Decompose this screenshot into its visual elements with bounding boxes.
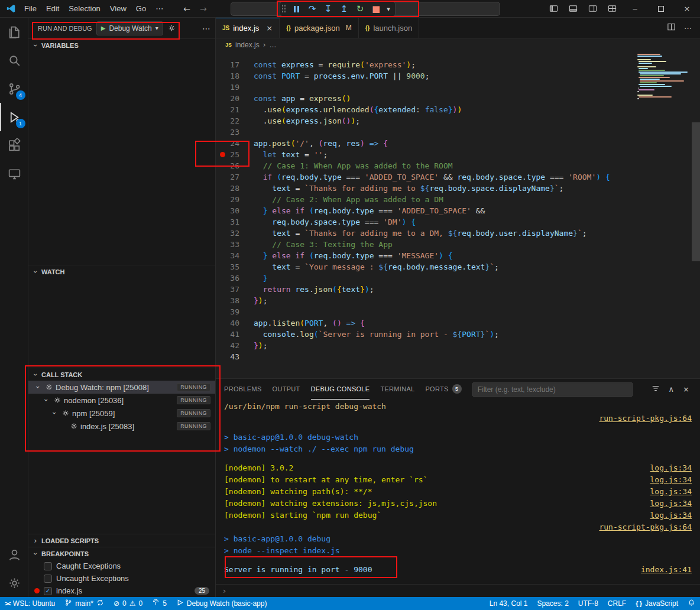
- toggle-sidebar-icon[interactable]: [544, 4, 563, 13]
- panel-tab-output[interactable]: OUTPUT: [273, 379, 300, 400]
- ports-indicator[interactable]: 5: [147, 597, 171, 610]
- back-button[interactable]: ←: [183, 4, 190, 14]
- branch-indicator[interactable]: main*: [60, 597, 109, 610]
- activity-accounts[interactable]: [0, 540, 28, 569]
- gutter[interactable]: 29: [216, 194, 254, 205]
- panel-tab-debug-console[interactable]: DEBUG CONSOLE: [311, 379, 370, 400]
- debug-step-over-button[interactable]: ↷: [304, 2, 320, 15]
- breadcrumb-file[interactable]: index.js: [235, 41, 260, 49]
- debug-step-out-button[interactable]: ↥: [336, 2, 352, 15]
- console-source-link[interactable]: log.js:34: [639, 510, 692, 521]
- minimize-button[interactable]: –: [622, 0, 648, 18]
- maximize-panel-icon[interactable]: ∧: [669, 385, 675, 394]
- gutter[interactable]: 39: [216, 306, 254, 317]
- call-stack-row[interactable]: ›Debug Watch: npm [25008]RUNNING: [28, 381, 215, 394]
- debug-stop-button[interactable]: ■: [368, 2, 384, 15]
- tab-package-json[interactable]: {}package.jsonM: [280, 18, 358, 38]
- gutter[interactable]: 19: [216, 82, 254, 93]
- menu-go[interactable]: Go: [131, 2, 151, 15]
- debug-console-input[interactable]: ›: [216, 584, 700, 597]
- activity-remote-explorer[interactable]: [0, 160, 28, 188]
- customize-layout-icon[interactable]: [602, 4, 622, 13]
- menu-more[interactable]: ⋯: [151, 2, 168, 15]
- call-stack-header[interactable]: › CALL STACK: [28, 368, 215, 381]
- console-source-link[interactable]: run-script-pkg.js:64: [587, 413, 692, 424]
- gutter[interactable]: 17: [216, 59, 254, 70]
- variables-header[interactable]: › VARIABLES: [28, 38, 215, 51]
- chevron-down-icon[interactable]: ›: [34, 382, 42, 392]
- minimap[interactable]: [637, 54, 691, 102]
- gutter[interactable]: 35: [216, 261, 254, 272]
- menu-file[interactable]: File: [20, 2, 41, 15]
- debug-pause-button[interactable]: [289, 2, 304, 15]
- gutter[interactable]: 38: [216, 295, 254, 306]
- gutter[interactable]: 23: [216, 126, 254, 138]
- chevron-down-icon[interactable]: ›: [50, 408, 59, 418]
- language-indicator[interactable]: { } JavaScript: [631, 597, 683, 610]
- gutter[interactable]: 21: [216, 104, 254, 115]
- breadcrumb-more[interactable]: …: [270, 41, 277, 49]
- gutter[interactable]: 33: [216, 239, 254, 250]
- breakpoint-checkbox[interactable]: ✓: [44, 587, 52, 595]
- call-stack-row[interactable]: ›npm [25059]RUNNING: [28, 407, 215, 420]
- editor-more-actions-icon[interactable]: ⋯: [684, 24, 692, 33]
- breakpoint-row[interactable]: Caught Exceptions: [28, 560, 215, 572]
- debug-settings-gear-icon[interactable]: [167, 24, 176, 33]
- breadcrumb[interactable]: JS index.js › …: [216, 38, 700, 51]
- breakpoint-icon[interactable]: [220, 152, 225, 157]
- gutter[interactable]: 40: [216, 317, 254, 329]
- activity-settings[interactable]: [0, 569, 28, 597]
- split-editor-icon[interactable]: [667, 22, 676, 33]
- watch-header[interactable]: › WATCH: [28, 265, 215, 278]
- panel-tab-terminal[interactable]: TERMINAL: [380, 379, 414, 400]
- console-filter-input[interactable]: [472, 382, 633, 397]
- debug-console-output[interactable]: /usr/bin/npm run-script debug-watchrun-s…: [216, 400, 700, 584]
- chevron-down-icon[interactable]: ›: [42, 395, 50, 405]
- debug-step-into-button[interactable]: ↧: [320, 2, 336, 15]
- menu-view[interactable]: View: [105, 2, 131, 15]
- breakpoint-row[interactable]: Uncaught Exceptions: [28, 572, 215, 585]
- close-panel-icon[interactable]: ×: [683, 385, 689, 394]
- toolbar-grip-icon[interactable]: [281, 4, 286, 14]
- loaded-scripts-header[interactable]: › LOADED SCRIPTS: [28, 534, 215, 547]
- breakpoint-checkbox[interactable]: [44, 562, 52, 570]
- maximize-button[interactable]: [648, 0, 674, 18]
- panel-tab-problems[interactable]: PROBLEMS: [224, 379, 262, 400]
- console-source-link[interactable]: log.js:34: [639, 462, 692, 474]
- debug-restart-button[interactable]: ↻: [352, 2, 368, 15]
- close-button[interactable]: ×: [674, 0, 700, 18]
- sync-icon[interactable]: [96, 599, 104, 608]
- gutter[interactable]: 27: [216, 171, 254, 183]
- tab-index-js[interactable]: JSindex.js×: [216, 18, 280, 38]
- remote-indicator[interactable]: >< WSL: Ubuntu: [0, 597, 60, 610]
- toggle-panel-icon[interactable]: [563, 4, 583, 13]
- gutter[interactable]: 22: [216, 115, 254, 126]
- editor-scrollbar[interactable]: [692, 122, 700, 261]
- gutter[interactable]: 18: [216, 70, 254, 82]
- gutter[interactable]: 31: [216, 216, 254, 228]
- activity-source-control[interactable]: 4: [0, 74, 28, 103]
- gutter[interactable]: 43: [216, 351, 254, 362]
- console-source-link[interactable]: log.js:34: [639, 474, 692, 486]
- breakpoint-checkbox[interactable]: [44, 575, 52, 583]
- notifications-bell[interactable]: [683, 597, 700, 610]
- gutter[interactable]: 30: [216, 205, 254, 216]
- menu-edit[interactable]: Edit: [41, 2, 64, 15]
- gutter[interactable]: 20: [216, 93, 254, 104]
- gutter[interactable]: 34: [216, 250, 254, 261]
- code-editor[interactable]: 17const express = require('express');18c…: [216, 51, 700, 378]
- gutter[interactable]: 37: [216, 284, 254, 295]
- call-stack-row[interactable]: ›nodemon [25036]RUNNING: [28, 394, 215, 407]
- activity-run-debug[interactable]: 1: [0, 103, 28, 131]
- gutter[interactable]: 42: [216, 340, 254, 351]
- breakpoints-header[interactable]: › BREAKPOINTS: [28, 547, 215, 560]
- toggle-secondary-sidebar-icon[interactable]: [583, 4, 602, 13]
- panel-tab-ports[interactable]: PORTS5: [425, 379, 461, 400]
- views-more-actions-icon[interactable]: ⋯: [202, 24, 210, 33]
- call-stack-row[interactable]: index.js [25083]RUNNING: [28, 420, 215, 433]
- indentation-indicator[interactable]: Spaces: 2: [532, 597, 573, 610]
- gutter[interactable]: 24: [216, 138, 254, 149]
- activity-explorer[interactable]: [0, 18, 28, 46]
- menu-selection[interactable]: Selection: [64, 2, 105, 15]
- gutter[interactable]: 41: [216, 329, 254, 340]
